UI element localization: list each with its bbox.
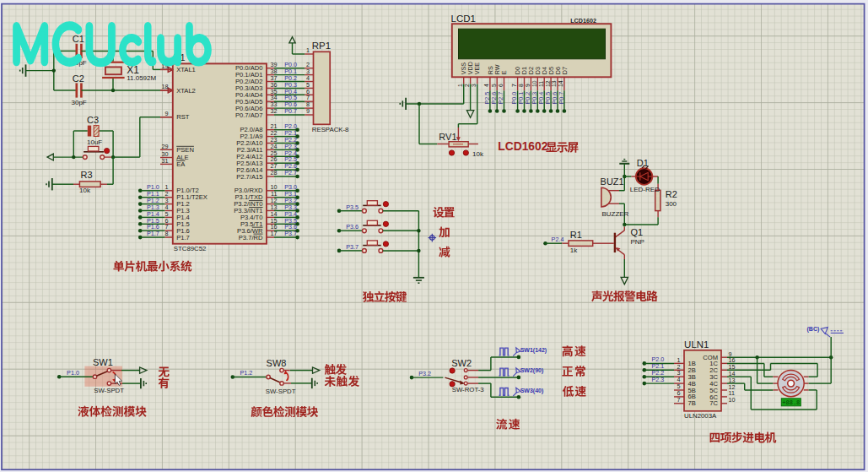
svg-text:P1.7: P1.7 [176,234,190,241]
svg-text:8: 8 [165,230,169,237]
svg-text:P2.7: P2.7 [497,92,504,105]
svg-text:BUZ1: BUZ1 [601,176,624,187]
svg-text:10k: 10k [79,187,91,194]
svg-text:RD: RD [254,234,263,241]
svg-text:1: 1 [457,84,463,87]
svg-text:+88.8: +88.8 [782,399,800,406]
svg-text:4: 4 [483,84,489,87]
svg-text:9: 9 [306,107,310,115]
svg-text:RESPACK-8: RESPACK-8 [312,126,349,133]
svg-text:10k: 10k [472,150,484,158]
svg-text:PSEN: PSEN [176,146,194,154]
svg-text:P0.7: P0.7 [558,92,565,105]
svg-text:2: 2 [464,84,470,87]
svg-text:SW8: SW8 [267,358,287,368]
svg-text:P2.3: P2.3 [652,376,665,383]
svg-text:LCD1602: LCD1602 [498,140,547,153]
svg-text:7: 7 [511,84,517,87]
svg-text:P0.7: P0.7 [284,107,297,115]
svg-text:13: 13 [551,80,557,87]
svg-text:9: 9 [165,110,169,117]
svg-text:P2.7/A15: P2.7/A15 [236,173,262,181]
svg-text:XTAL2: XTAL2 [176,87,196,95]
svg-text:P3.7/: P3.7/ [239,234,255,241]
svg-text:C2: C2 [73,73,84,84]
svg-text:RP1: RP1 [312,41,331,51]
svg-text:SW-ROT-3: SW-ROT-3 [452,386,484,393]
svg-text:SW2: SW2 [451,358,472,368]
svg-text:P3.6: P3.6 [346,223,359,231]
svg-text:SW-SPDT: SW-SPDT [266,388,296,395]
svg-text:ULN1: ULN1 [684,339,709,350]
svg-text:PNP: PNP [631,238,644,246]
svg-text:C3: C3 [87,115,99,125]
svg-text:18: 18 [162,83,169,90]
svg-text:300: 300 [666,200,677,208]
svg-text:EA: EA [176,160,186,168]
svg-text:SW1: SW1 [93,357,113,367]
svg-text:P3.2: P3.2 [418,370,431,377]
svg-text:30pF: 30pF [72,99,87,106]
svg-text:11: 11 [538,81,544,87]
svg-text:3: 3 [471,84,477,87]
svg-text:D1: D1 [637,158,649,168]
svg-text:10: 10 [729,396,736,404]
svg-text:1: 1 [306,46,310,54]
svg-text:P1.7: P1.7 [147,230,159,237]
svg-text:R3: R3 [81,170,93,180]
svg-text:P1.0: P1.0 [67,369,79,377]
svg-text:(BC): (BC) [807,326,820,333]
svg-text:1k: 1k [570,247,578,254]
svg-text:R2: R2 [666,189,677,199]
svg-text:P1.2: P1.2 [240,369,252,377]
svg-text:R1: R1 [570,230,582,240]
svg-text:7: 7 [677,396,681,404]
svg-text:ULN2003A: ULN2003A [684,412,717,420]
svg-text:10: 10 [531,80,537,87]
svg-text:9: 9 [525,84,531,87]
svg-text:6: 6 [498,84,504,87]
svg-text:12: 12 [545,80,551,87]
svg-text:C1: C1 [73,34,84,44]
svg-text:STC89C52: STC89C52 [174,245,207,252]
svg-text:LCD1: LCD1 [451,14,476,24]
svg-text:P2.7: P2.7 [284,169,297,176]
svg-text:SW-SPDT: SW-SPDT [94,387,124,394]
svg-text:LCD1602: LCD1602 [570,17,596,24]
svg-text:8: 8 [518,84,524,87]
svg-text:P3.7: P3.7 [284,230,297,237]
svg-text:LED-RED: LED-RED [630,186,660,193]
svg-text:XTAL1: XTAL1 [176,66,196,73]
svg-text:14: 14 [558,80,563,87]
svg-text:10uF: 10uF [87,138,102,146]
svg-text:7C: 7C [709,399,718,407]
svg-text:SW1(142): SW1(142) [520,347,547,354]
svg-text:31: 31 [162,157,169,165]
svg-text:BUZZER: BUZZER [601,210,628,218]
svg-text:SW3(40): SW3(40) [520,388,544,394]
svg-text:VEE: VEE [473,62,481,75]
svg-text:11.0592M: 11.0592M [127,74,156,82]
svg-text:SW2(90): SW2(90) [520,367,544,374]
svg-text:P3.5: P3.5 [346,203,359,211]
svg-text:D7: D7 [561,67,569,74]
svg-text:E: E [500,70,508,74]
svg-text:5: 5 [491,84,497,87]
svg-text:P3.7: P3.7 [346,243,359,251]
svg-text:Q1: Q1 [631,227,644,237]
svg-text:7B: 7B [688,399,696,407]
svg-text:RST: RST [176,113,190,121]
svg-text:P0.7/AD7: P0.7/AD7 [235,111,263,119]
svg-text:P2.4: P2.4 [552,236,564,243]
svg-text:29: 29 [162,143,169,150]
svg-text:RV1: RV1 [439,132,456,142]
